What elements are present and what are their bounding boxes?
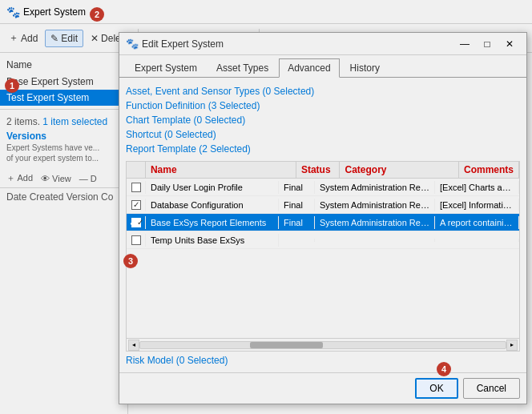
row2-category: System Administration Reports (315, 199, 435, 211)
close-button[interactable]: ✕ (499, 36, 520, 52)
table-body: Daily User Login Profile Final System Ad… (127, 179, 519, 338)
name-header: Name (0, 56, 127, 74)
row2-check[interactable] (127, 199, 146, 211)
link-chart-template[interactable]: Chart Template (0 Selected) (126, 113, 520, 127)
dialog-controls: — □ ✕ (454, 36, 520, 52)
panel-column-headers: Date Created Version Co (0, 188, 127, 206)
indicator-1: 1 (5, 78, 19, 93)
edit-button[interactable]: ✎ Edit (45, 30, 83, 47)
link-asset-types[interactable]: Asset, Event and Sensor Types (0 Selecte… (126, 84, 520, 98)
checkbox-3[interactable]: ✓ (131, 218, 141, 227)
indicator-2: 2 (90, 7, 104, 22)
table-row[interactable]: ✓ Base ExSys Report Elements Final Syste… (127, 214, 519, 231)
edit-icon: ✎ (50, 33, 58, 44)
row2-comments: [Excel] Information wh (435, 199, 519, 211)
item-count: 2 items. (6, 116, 40, 127)
sub-toolbar: ＋ Add 👁 View — D (0, 169, 127, 188)
link-report-template[interactable]: Report Template (2 Selected) (126, 142, 520, 156)
sidebar-item-base[interactable]: Base Expert System (0, 74, 127, 90)
maximize-button[interactable]: □ (477, 36, 498, 52)
edit-dialog: 🐾 Edit Expert System — □ ✕ Expert System… (119, 32, 527, 404)
indicator-3: 3 (123, 254, 138, 268)
row3-name: Base ExSys Report Elements (146, 216, 279, 229)
row2-name: Database Configuration (146, 199, 279, 211)
dialog-content: Asset, Event and Sensor Types (0 Selecte… (119, 78, 526, 372)
th-category: Category (340, 162, 459, 178)
add-label: Add (21, 33, 38, 44)
content-area: Name Base Expert System Test Expert Syst… (0, 53, 532, 414)
row4-name: Temp Units Base ExSys (146, 234, 279, 247)
row4-comments (435, 239, 519, 242)
scroll-left[interactable]: ◂ (128, 340, 139, 351)
sidebar-item-test[interactable]: Test Expert System (0, 90, 127, 106)
panel-description2: of your expert system to... (6, 154, 121, 163)
panel-footer: 2 items. 1 item selected Versions Expert… (0, 109, 127, 169)
th-comments: Comments (459, 162, 519, 178)
checkbox-1[interactable] (131, 183, 141, 192)
add-button[interactable]: ＋ Add (3, 28, 43, 48)
row3-check[interactable]: ✓ (127, 216, 146, 229)
row4-check[interactable] (127, 234, 146, 247)
sub-d[interactable]: — D (76, 172, 100, 185)
row3-comments: A report containing sa (435, 216, 519, 229)
report-table: Name Status Category Comments Daily User… (126, 161, 520, 352)
sub-add[interactable]: ＋ Add (3, 171, 36, 186)
table-row[interactable]: Database Configuration Final System Admi… (127, 196, 519, 214)
row1-status: Final (279, 181, 315, 194)
left-panel: Name Base Expert System Test Expert Syst… (0, 53, 128, 414)
scroll-right[interactable]: ▸ (506, 340, 518, 351)
row4-category (315, 239, 435, 242)
th-name: Name (146, 162, 296, 178)
minimize-button[interactable]: — (454, 36, 475, 52)
row1-check[interactable] (127, 181, 146, 194)
checkbox-4[interactable] (131, 235, 141, 245)
link-function-def[interactable]: Function Definition (3 Selected) (126, 98, 520, 113)
dialog-footer: OK Cancel (119, 372, 526, 404)
th-checkbox (127, 162, 146, 178)
row1-name: Daily User Login Profile (146, 181, 279, 194)
app-title: Expert System (23, 6, 86, 18)
delete-icon: ✕ (91, 33, 99, 44)
table-row[interactable]: Temp Units Base ExSys (127, 231, 519, 249)
scroll-thumb[interactable] (250, 342, 323, 348)
row1-comments: [Excel] Charts and lists (435, 181, 519, 194)
link-shortcut[interactable]: Shortcut (0 Selected) (126, 127, 520, 142)
tab-advanced[interactable]: Advanced (279, 58, 339, 78)
title-bar: 🐾 Expert System (0, 0, 532, 24)
app-icon: 🐾 (6, 6, 20, 18)
dialog-icon: 🐾 (126, 38, 139, 50)
selected-count: 1 item selected (42, 116, 107, 127)
tab-expert-system[interactable]: Expert System (126, 58, 206, 77)
row3-category: System Administration Reports (315, 216, 435, 229)
table-row[interactable]: Daily User Login Profile Final System Ad… (127, 179, 519, 196)
row2-status: Final (279, 199, 315, 211)
row1-category: System Administration Reports (315, 181, 435, 194)
scroll-track[interactable] (139, 341, 506, 349)
table-header: Name Status Category Comments (127, 162, 519, 179)
dialog-title: Edit Expert System (142, 38, 454, 50)
tab-history[interactable]: History (341, 58, 389, 77)
dialog-titlebar: 🐾 Edit Expert System — □ ✕ (119, 33, 526, 55)
th-status: Status (296, 162, 341, 178)
versions-link[interactable]: Versions (6, 131, 121, 142)
panel-description: Expert Systems have ve... (6, 143, 121, 152)
edit-label: Edit (61, 33, 78, 44)
plus-icon: ＋ (9, 31, 18, 45)
dialog-tabs: Expert System Asset Types Advanced Histo… (119, 55, 526, 78)
cancel-button[interactable]: Cancel (463, 378, 520, 399)
horizontal-scrollbar[interactable]: ◂ ▸ (127, 338, 519, 351)
link-risk-model[interactable]: Risk Model (0 Selected) (126, 352, 520, 366)
row3-status: Final (279, 216, 315, 229)
sub-view[interactable]: 👁 View (38, 172, 75, 185)
checkbox-2[interactable] (131, 200, 141, 210)
app-window: 1 2 3 4 🐾 Expert System ＋ Add ✎ Edit ✕ D… (0, 0, 532, 414)
tab-asset-types[interactable]: Asset Types (208, 58, 277, 77)
ok-button[interactable]: OK (415, 378, 457, 399)
indicator-4: 4 (437, 362, 451, 376)
row4-status (279, 239, 315, 242)
